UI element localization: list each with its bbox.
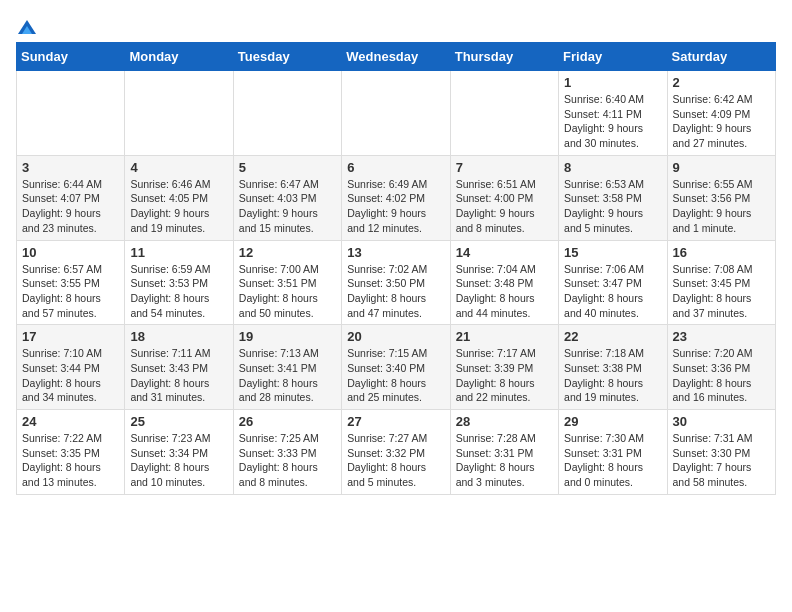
day-info: Sunrise: 7:10 AM Sunset: 3:44 PM Dayligh…	[22, 346, 119, 405]
day-info: Sunrise: 7:31 AM Sunset: 3:30 PM Dayligh…	[673, 431, 770, 490]
calendar-week-5: 24Sunrise: 7:22 AM Sunset: 3:35 PM Dayli…	[17, 410, 776, 495]
day-info: Sunrise: 6:51 AM Sunset: 4:00 PM Dayligh…	[456, 177, 553, 236]
day-number: 23	[673, 329, 770, 344]
calendar-day-21: 21Sunrise: 7:17 AM Sunset: 3:39 PM Dayli…	[450, 325, 558, 410]
day-info: Sunrise: 7:25 AM Sunset: 3:33 PM Dayligh…	[239, 431, 336, 490]
day-number: 12	[239, 245, 336, 260]
day-info: Sunrise: 7:22 AM Sunset: 3:35 PM Dayligh…	[22, 431, 119, 490]
day-info: Sunrise: 7:08 AM Sunset: 3:45 PM Dayligh…	[673, 262, 770, 321]
day-info: Sunrise: 6:40 AM Sunset: 4:11 PM Dayligh…	[564, 92, 661, 151]
calendar-day-26: 26Sunrise: 7:25 AM Sunset: 3:33 PM Dayli…	[233, 410, 341, 495]
calendar-day-22: 22Sunrise: 7:18 AM Sunset: 3:38 PM Dayli…	[559, 325, 667, 410]
calendar-day-24: 24Sunrise: 7:22 AM Sunset: 3:35 PM Dayli…	[17, 410, 125, 495]
calendar-week-1: 1Sunrise: 6:40 AM Sunset: 4:11 PM Daylig…	[17, 71, 776, 156]
day-info: Sunrise: 7:20 AM Sunset: 3:36 PM Dayligh…	[673, 346, 770, 405]
weekday-header-saturday: Saturday	[667, 43, 775, 71]
calendar-day-25: 25Sunrise: 7:23 AM Sunset: 3:34 PM Dayli…	[125, 410, 233, 495]
calendar-day-18: 18Sunrise: 7:11 AM Sunset: 3:43 PM Dayli…	[125, 325, 233, 410]
calendar-day-empty	[17, 71, 125, 156]
calendar-day-empty	[125, 71, 233, 156]
calendar-day-empty	[233, 71, 341, 156]
day-number: 3	[22, 160, 119, 175]
day-number: 26	[239, 414, 336, 429]
calendar-day-29: 29Sunrise: 7:30 AM Sunset: 3:31 PM Dayli…	[559, 410, 667, 495]
calendar-day-1: 1Sunrise: 6:40 AM Sunset: 4:11 PM Daylig…	[559, 71, 667, 156]
calendar-header: SundayMondayTuesdayWednesdayThursdayFrid…	[17, 43, 776, 71]
day-info: Sunrise: 6:59 AM Sunset: 3:53 PM Dayligh…	[130, 262, 227, 321]
day-info: Sunrise: 7:17 AM Sunset: 3:39 PM Dayligh…	[456, 346, 553, 405]
calendar-day-empty	[342, 71, 450, 156]
calendar-day-17: 17Sunrise: 7:10 AM Sunset: 3:44 PM Dayli…	[17, 325, 125, 410]
calendar-day-16: 16Sunrise: 7:08 AM Sunset: 3:45 PM Dayli…	[667, 240, 775, 325]
weekday-header-wednesday: Wednesday	[342, 43, 450, 71]
day-number: 19	[239, 329, 336, 344]
day-number: 10	[22, 245, 119, 260]
day-info: Sunrise: 7:11 AM Sunset: 3:43 PM Dayligh…	[130, 346, 227, 405]
day-info: Sunrise: 6:46 AM Sunset: 4:05 PM Dayligh…	[130, 177, 227, 236]
day-number: 15	[564, 245, 661, 260]
day-info: Sunrise: 6:57 AM Sunset: 3:55 PM Dayligh…	[22, 262, 119, 321]
day-number: 30	[673, 414, 770, 429]
day-number: 8	[564, 160, 661, 175]
calendar-day-30: 30Sunrise: 7:31 AM Sunset: 3:30 PM Dayli…	[667, 410, 775, 495]
weekday-header-friday: Friday	[559, 43, 667, 71]
calendar-day-28: 28Sunrise: 7:28 AM Sunset: 3:31 PM Dayli…	[450, 410, 558, 495]
day-number: 16	[673, 245, 770, 260]
calendar-day-11: 11Sunrise: 6:59 AM Sunset: 3:53 PM Dayli…	[125, 240, 233, 325]
calendar-day-23: 23Sunrise: 7:20 AM Sunset: 3:36 PM Dayli…	[667, 325, 775, 410]
day-number: 21	[456, 329, 553, 344]
day-number: 20	[347, 329, 444, 344]
calendar-day-empty	[450, 71, 558, 156]
calendar-day-19: 19Sunrise: 7:13 AM Sunset: 3:41 PM Dayli…	[233, 325, 341, 410]
calendar-day-10: 10Sunrise: 6:57 AM Sunset: 3:55 PM Dayli…	[17, 240, 125, 325]
calendar-day-12: 12Sunrise: 7:00 AM Sunset: 3:51 PM Dayli…	[233, 240, 341, 325]
day-info: Sunrise: 7:06 AM Sunset: 3:47 PM Dayligh…	[564, 262, 661, 321]
day-info: Sunrise: 7:13 AM Sunset: 3:41 PM Dayligh…	[239, 346, 336, 405]
logo-icon	[18, 20, 36, 34]
weekday-header-thursday: Thursday	[450, 43, 558, 71]
weekday-header-tuesday: Tuesday	[233, 43, 341, 71]
day-number: 5	[239, 160, 336, 175]
day-info: Sunrise: 7:04 AM Sunset: 3:48 PM Dayligh…	[456, 262, 553, 321]
weekday-header-monday: Monday	[125, 43, 233, 71]
day-number: 4	[130, 160, 227, 175]
calendar-week-4: 17Sunrise: 7:10 AM Sunset: 3:44 PM Dayli…	[17, 325, 776, 410]
logo	[16, 20, 36, 34]
calendar-week-2: 3Sunrise: 6:44 AM Sunset: 4:07 PM Daylig…	[17, 155, 776, 240]
day-info: Sunrise: 7:27 AM Sunset: 3:32 PM Dayligh…	[347, 431, 444, 490]
day-number: 14	[456, 245, 553, 260]
day-info: Sunrise: 6:53 AM Sunset: 3:58 PM Dayligh…	[564, 177, 661, 236]
day-number: 7	[456, 160, 553, 175]
day-number: 28	[456, 414, 553, 429]
day-info: Sunrise: 7:18 AM Sunset: 3:38 PM Dayligh…	[564, 346, 661, 405]
day-info: Sunrise: 6:47 AM Sunset: 4:03 PM Dayligh…	[239, 177, 336, 236]
day-number: 29	[564, 414, 661, 429]
day-info: Sunrise: 6:42 AM Sunset: 4:09 PM Dayligh…	[673, 92, 770, 151]
day-number: 25	[130, 414, 227, 429]
calendar-day-14: 14Sunrise: 7:04 AM Sunset: 3:48 PM Dayli…	[450, 240, 558, 325]
day-number: 24	[22, 414, 119, 429]
day-number: 1	[564, 75, 661, 90]
day-info: Sunrise: 7:23 AM Sunset: 3:34 PM Dayligh…	[130, 431, 227, 490]
header	[16, 16, 776, 34]
day-number: 6	[347, 160, 444, 175]
weekday-header-row: SundayMondayTuesdayWednesdayThursdayFrid…	[17, 43, 776, 71]
calendar-day-7: 7Sunrise: 6:51 AM Sunset: 4:00 PM Daylig…	[450, 155, 558, 240]
day-number: 13	[347, 245, 444, 260]
calendar-body: 1Sunrise: 6:40 AM Sunset: 4:11 PM Daylig…	[17, 71, 776, 495]
calendar-day-8: 8Sunrise: 6:53 AM Sunset: 3:58 PM Daylig…	[559, 155, 667, 240]
calendar-day-13: 13Sunrise: 7:02 AM Sunset: 3:50 PM Dayli…	[342, 240, 450, 325]
calendar-day-15: 15Sunrise: 7:06 AM Sunset: 3:47 PM Dayli…	[559, 240, 667, 325]
day-number: 22	[564, 329, 661, 344]
day-info: Sunrise: 7:28 AM Sunset: 3:31 PM Dayligh…	[456, 431, 553, 490]
day-info: Sunrise: 6:49 AM Sunset: 4:02 PM Dayligh…	[347, 177, 444, 236]
day-number: 11	[130, 245, 227, 260]
day-number: 17	[22, 329, 119, 344]
day-info: Sunrise: 7:02 AM Sunset: 3:50 PM Dayligh…	[347, 262, 444, 321]
calendar-day-9: 9Sunrise: 6:55 AM Sunset: 3:56 PM Daylig…	[667, 155, 775, 240]
calendar-table: SundayMondayTuesdayWednesdayThursdayFrid…	[16, 42, 776, 495]
day-number: 18	[130, 329, 227, 344]
calendar-day-6: 6Sunrise: 6:49 AM Sunset: 4:02 PM Daylig…	[342, 155, 450, 240]
calendar-day-3: 3Sunrise: 6:44 AM Sunset: 4:07 PM Daylig…	[17, 155, 125, 240]
day-info: Sunrise: 6:44 AM Sunset: 4:07 PM Dayligh…	[22, 177, 119, 236]
